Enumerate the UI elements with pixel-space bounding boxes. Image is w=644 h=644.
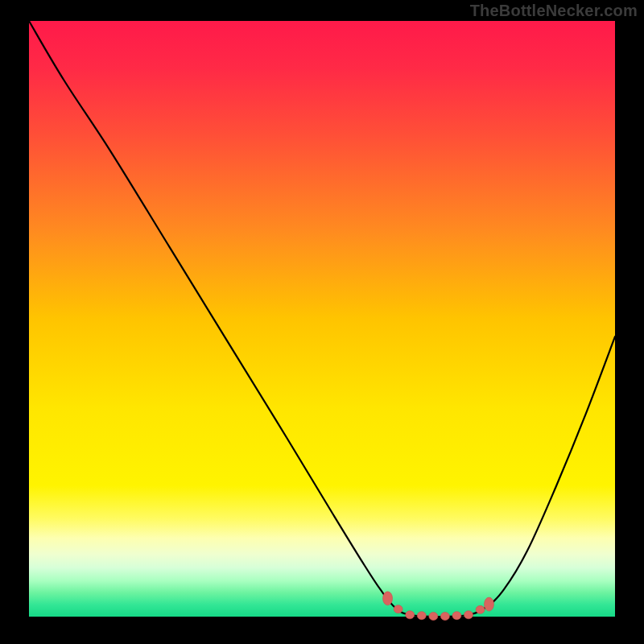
optimal-marker <box>394 605 402 613</box>
optimal-marker <box>417 612 426 620</box>
optimal-marker <box>476 605 485 613</box>
plot-background <box>29 21 615 617</box>
bottleneck-chart <box>0 0 644 644</box>
optimal-marker <box>464 611 473 619</box>
optimal-marker <box>429 613 438 621</box>
optimal-marker <box>383 592 393 605</box>
optimal-marker <box>440 613 449 621</box>
optimal-marker <box>452 612 461 620</box>
chart-frame: { "watermark": "TheBottleNecker.com", "c… <box>0 0 644 644</box>
optimal-marker <box>484 597 493 611</box>
optimal-marker <box>406 611 415 619</box>
